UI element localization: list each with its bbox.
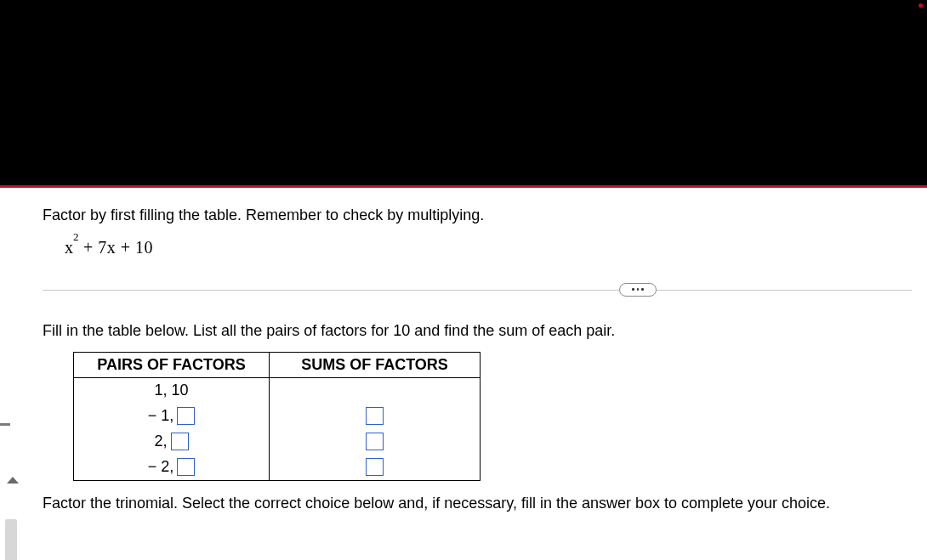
sum-input[interactable] bbox=[366, 407, 384, 425]
pair-row: − 1, bbox=[74, 404, 269, 429]
sum-input[interactable] bbox=[366, 433, 384, 450]
pair-text: − 2, bbox=[148, 458, 174, 476]
collapse-dash-icon[interactable] bbox=[0, 423, 10, 426]
table-instruction: Fill in the table below. List all the pa… bbox=[43, 322, 912, 340]
left-gutter bbox=[0, 188, 22, 560]
table-body-row: 1, 10 − 1, 2, − 2, bbox=[74, 377, 481, 480]
problem-content: Factor by first filling the table. Remem… bbox=[22, 188, 927, 560]
pair-input[interactable] bbox=[177, 407, 195, 425]
expression-exponent: 2 bbox=[73, 230, 79, 243]
ellipsis-dot-icon bbox=[641, 288, 644, 291]
pair-text: − 1, bbox=[148, 407, 174, 425]
ellipsis-dot-icon bbox=[637, 288, 640, 291]
expression: x2 + 7x + 10 bbox=[43, 236, 912, 257]
scrollbar-thumb[interactable] bbox=[5, 519, 17, 560]
header-sums: SUMS OF FACTORS bbox=[270, 352, 481, 377]
instruction-text: Factor by first filling the table. Remem… bbox=[43, 206, 912, 224]
pair-input[interactable] bbox=[177, 458, 195, 476]
sum-row bbox=[270, 429, 480, 455]
pairs-cell: 1, 10 − 1, 2, − 2, bbox=[74, 377, 270, 480]
expression-base: x bbox=[65, 238, 73, 257]
final-instruction: Factor the trinomial. Select the correct… bbox=[43, 495, 912, 512]
divider-line bbox=[43, 290, 912, 291]
ellipsis-dot-icon bbox=[632, 288, 634, 291]
pair-text: 1, 10 bbox=[154, 382, 188, 399]
header-blackout bbox=[0, 0, 927, 185]
expression-rest: + 7x + 10 bbox=[79, 238, 154, 257]
sums-cell bbox=[270, 377, 481, 480]
pair-row: 1, 10 bbox=[74, 378, 269, 404]
table-header-row: PAIRS OF FACTORS SUMS OF FACTORS bbox=[74, 352, 481, 377]
sum-input[interactable] bbox=[366, 458, 384, 476]
pair-row: 2, bbox=[74, 429, 269, 455]
recording-dot-icon bbox=[918, 3, 923, 8]
sum-row bbox=[270, 404, 480, 429]
header-pairs: PAIRS OF FACTORS bbox=[74, 352, 270, 377]
factor-table: PAIRS OF FACTORS SUMS OF FACTORS 1, 10 −… bbox=[73, 352, 481, 481]
sum-row bbox=[270, 455, 480, 480]
pair-row: − 2, bbox=[74, 455, 269, 480]
pair-text: 2, bbox=[154, 433, 167, 450]
more-options-pill[interactable] bbox=[619, 283, 657, 297]
section-divider bbox=[43, 283, 912, 298]
scroll-up-icon[interactable] bbox=[7, 477, 19, 484]
pair-input[interactable] bbox=[171, 433, 189, 450]
sum-row bbox=[270, 378, 480, 404]
